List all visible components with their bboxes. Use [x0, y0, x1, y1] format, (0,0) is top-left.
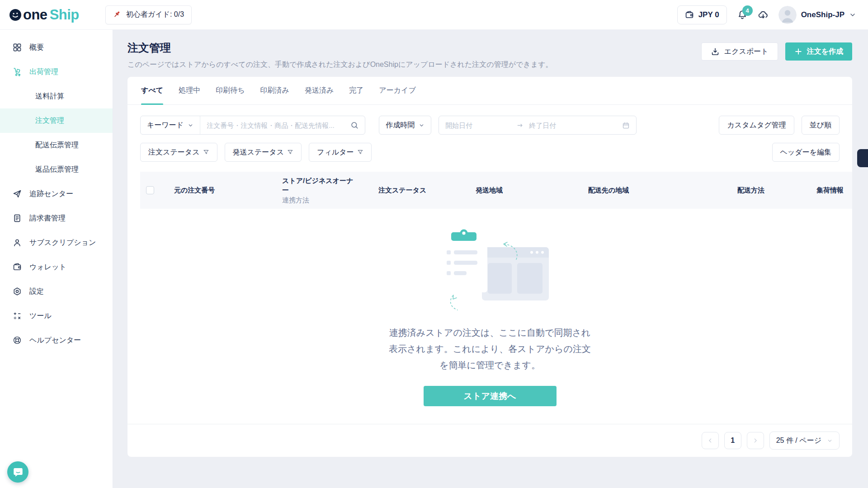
sidebar-item-label: 請求書管理 — [29, 214, 66, 223]
tab-all[interactable]: すべて — [141, 77, 163, 104]
chevron-down-icon — [827, 438, 833, 444]
chevron-down-icon — [419, 122, 425, 128]
sidebar-item-label: 追跡センター — [29, 189, 73, 199]
sync-download-button[interactable] — [758, 9, 769, 20]
sidebar-item-overview[interactable]: 概要 — [0, 35, 113, 60]
pagination: 1 25 件 / ページ — [127, 424, 852, 457]
main-content: 注文管理 このページではストアからのすべての注文、手動で作成された注文およびOn… — [113, 30, 868, 488]
shipping-status-filter[interactable]: 発送ステータス — [225, 143, 302, 162]
user-icon — [13, 238, 22, 247]
sidebar-item-subscription[interactable]: サブスクリプション — [0, 230, 113, 255]
create-order-button[interactable]: 注文を作成 — [785, 42, 852, 61]
chat-bubble-icon — [12, 466, 24, 478]
tab-awaiting-print[interactable]: 印刷待ち — [216, 77, 245, 104]
filter-button[interactable]: フィルター — [309, 143, 372, 162]
column-pickup-info: 集荷情報 — [816, 186, 852, 195]
edit-headers-button[interactable]: ヘッダーを編集 — [772, 143, 840, 162]
wallet-icon — [13, 263, 22, 272]
sidebar-item-wallet[interactable]: ウォレット — [0, 255, 113, 279]
oneship-logo[interactable]: one Ship — [9, 7, 79, 23]
tab-shipped[interactable]: 発送済み — [305, 77, 334, 104]
beginner-guide-label: 初心者ガイド: 0/3 — [126, 10, 184, 19]
order-status-label: 注文ステータス — [148, 148, 200, 157]
keyword-search-group: キーワード — [140, 116, 365, 135]
beginner-guide-badge[interactable]: 初心者ガイド: 0/3 — [105, 5, 192, 24]
empty-state-text: 連携済みストアの注文は、ここに自動で同期され 表示されます。これにより、各ストア… — [389, 324, 591, 373]
sidebar-item-shipping-label-management[interactable]: 配送伝票管理 — [0, 133, 113, 157]
arrow-right-icon — [517, 122, 524, 129]
created-time-select[interactable]: 作成時間 — [379, 116, 431, 135]
custom-tag-management-button[interactable]: カスタムタグ管理 — [719, 116, 794, 135]
sidebar-item-label: 返品伝票管理 — [35, 165, 79, 174]
column-shipping-method: 配送方法 — [737, 186, 816, 195]
tab-completed[interactable]: 完了 — [349, 77, 363, 104]
sidebar-item-help-center[interactable]: ヘルプセンター — [0, 328, 113, 352]
sidebar-item-return-label-management[interactable]: 返品伝票管理 — [0, 157, 113, 182]
account-menu[interactable]: OneShip-JP — [778, 6, 856, 24]
sidebar-item-tracking-center[interactable]: 追跡センター — [0, 182, 113, 206]
sort-label: 並び順 — [810, 121, 831, 130]
connect-store-button[interactable]: ストア連携へ — [424, 386, 557, 406]
chevron-down-icon — [188, 122, 193, 128]
custom-tag-label: カスタムタグ管理 — [727, 121, 786, 130]
select-all-checkbox[interactable] — [146, 186, 154, 194]
tab-printed[interactable]: 印刷済み — [260, 77, 289, 104]
cloud-download-icon — [758, 9, 769, 20]
empty-line-2: 表示されます。これにより、各ストアからの注文 — [389, 341, 591, 357]
orders-card: すべて 処理中 印刷待ち 印刷済み 発送済み 完了 アーカイブ キーワード — [127, 77, 852, 457]
side-panel-handle[interactable] — [857, 149, 868, 167]
sidebar-item-invoice-management[interactable]: 請求書管理 — [0, 206, 113, 230]
integration-method-link[interactable]: 連携方法 — [282, 196, 373, 205]
logo-text-ship: Ship — [50, 7, 79, 23]
dolly-icon — [13, 67, 22, 76]
sidebar-item-label: ヘルプセンター — [29, 336, 81, 345]
gear-icon — [13, 287, 22, 296]
order-status-filter[interactable]: 注文ステータス — [140, 143, 217, 162]
page-size-select[interactable]: 25 件 / ページ — [769, 432, 840, 450]
download-icon — [711, 47, 720, 56]
column-store-business-owner: ストア/ビジネスオーナー 連携方法 — [282, 176, 378, 205]
sort-order-button[interactable]: 並び順 — [802, 116, 840, 135]
sidebar-item-shipping-management[interactable]: 出荷管理 — [0, 60, 113, 84]
tab-processing[interactable]: 処理中 — [179, 77, 200, 104]
chat-launcher-button[interactable] — [7, 461, 28, 483]
grid-icon — [13, 43, 22, 52]
column-original-order-number: 元の注文番号 — [174, 186, 282, 195]
prev-page-button[interactable] — [702, 432, 719, 449]
sidebar-item-label: 出荷管理 — [29, 67, 58, 77]
column-ship-from-region: 発送地域 — [476, 186, 588, 195]
date-range-picker — [439, 116, 637, 135]
balance-button[interactable]: JPY 0 — [677, 5, 727, 24]
end-date-input[interactable] — [529, 122, 622, 129]
chevron-down-icon — [849, 11, 856, 19]
sidebar-item-tools[interactable]: ツール — [0, 304, 113, 328]
tab-archive[interactable]: アーカイブ — [379, 77, 416, 104]
funnel-icon — [357, 149, 363, 155]
sidebar-item-settings[interactable]: 設定 — [0, 279, 113, 304]
sidebar-item-label: 注文管理 — [35, 116, 64, 126]
export-button[interactable]: エクスポート — [701, 42, 778, 61]
search-icon[interactable] — [350, 121, 365, 130]
orders-table-header: 元の注文番号 ストア/ビジネスオーナー 連携方法 注文ステータス 発送地域 配送… — [140, 172, 852, 209]
page-title: 注文管理 — [127, 41, 553, 55]
empty-line-1: 連携済みストアの注文は、ここに自動で同期され — [389, 324, 591, 341]
keyword-type-select[interactable]: キーワード — [141, 116, 200, 134]
start-date-input[interactable] — [445, 122, 517, 129]
next-page-button[interactable] — [747, 432, 764, 449]
lifebuoy-icon — [13, 336, 22, 345]
search-input[interactable] — [200, 122, 350, 129]
topbar: one Ship 初心者ガイド: 0/3 — [0, 0, 868, 30]
sidebar-item-label: サブスクリプション — [29, 238, 96, 248]
empty-illustration — [427, 222, 553, 316]
balance-amount: JPY 0 — [698, 10, 719, 19]
calendar-icon[interactable] — [622, 122, 630, 129]
plus-icon — [794, 47, 802, 56]
page-number-button[interactable]: 1 — [724, 432, 741, 449]
empty-line-3: を簡単に管理できます。 — [389, 357, 591, 373]
sidebar-item-order-management[interactable]: 注文管理 — [0, 108, 113, 133]
invoice-icon — [13, 214, 22, 223]
calculator-icon — [13, 311, 22, 320]
logo-mark-icon — [9, 9, 22, 21]
sidebar-item-shipping-calculator[interactable]: 送料計算 — [0, 84, 113, 108]
notifications-button[interactable]: 4 — [737, 9, 748, 20]
